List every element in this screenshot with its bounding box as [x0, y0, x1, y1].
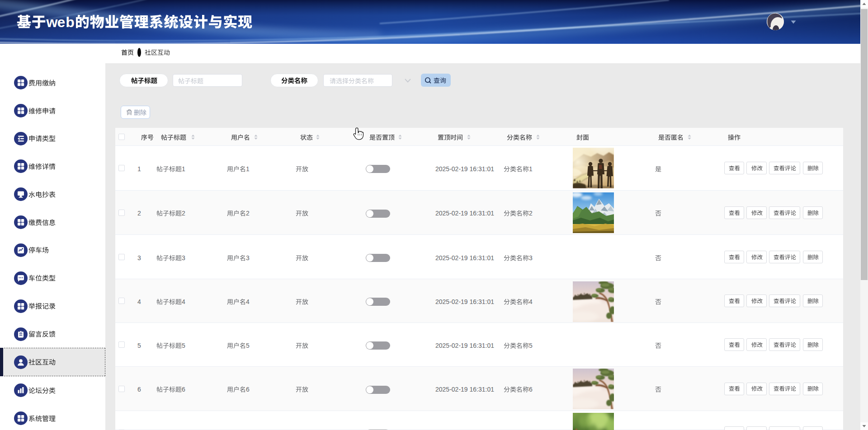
svg-text:6: 6 [182, 386, 185, 393]
svg-text:3: 3 [182, 254, 185, 262]
svg-text:1: 1 [529, 165, 533, 173]
svg-text:6: 6 [529, 386, 533, 393]
svg-text:2: 2 [182, 210, 185, 217]
svg-text:2: 2 [246, 210, 250, 217]
svg-text:4: 4 [246, 298, 250, 305]
svg-text:e: e [57, 14, 66, 30]
svg-text:2: 2 [529, 210, 533, 217]
svg-text:w: w [46, 14, 58, 30]
svg-text:4: 4 [529, 298, 533, 305]
svg-text:5: 5 [529, 342, 533, 349]
svg-text:1: 1 [182, 165, 185, 173]
svg-text:1: 1 [246, 165, 250, 173]
svg-text:b: b [66, 14, 75, 30]
svg-text:3: 3 [246, 254, 250, 262]
svg-text:5: 5 [182, 342, 185, 349]
svg-text:4: 4 [182, 298, 185, 305]
svg-text:5: 5 [246, 342, 250, 349]
svg-text:3: 3 [529, 254, 533, 262]
svg-text:6: 6 [246, 386, 250, 393]
